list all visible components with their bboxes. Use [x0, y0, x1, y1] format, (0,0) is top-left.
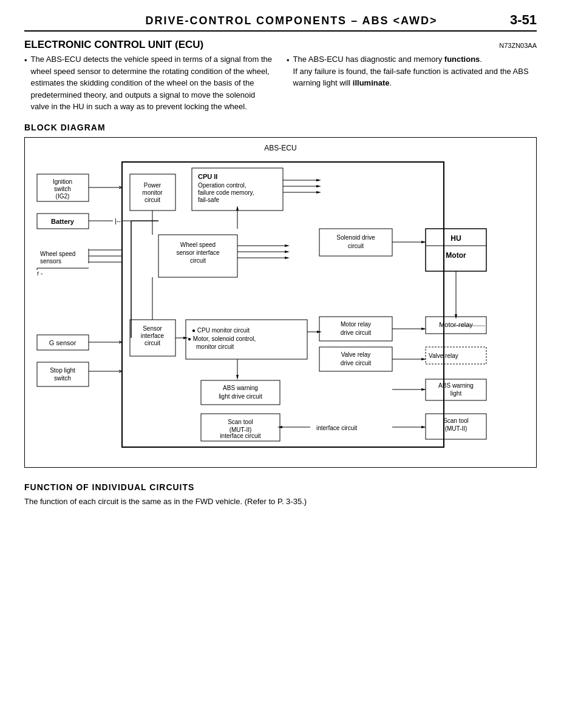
svg-text:switch: switch	[54, 186, 71, 192]
svg-text:sensors: sensors	[40, 258, 61, 265]
function-text: The function of each circuit is the same…	[24, 496, 537, 508]
abs-ecu-label: ABS-ECU	[31, 144, 530, 152]
svg-text:G sensor: G sensor	[49, 339, 76, 346]
doc-id: N73ZN03AA	[499, 42, 537, 49]
svg-marker-49	[236, 206, 239, 211]
svg-text:circuit: circuit	[348, 243, 364, 249]
svg-text:ABS warning: ABS warning	[438, 382, 474, 389]
page-header: DRIVE-CONTROL COMPONENTS – ABS <AWD> 3-5…	[24, 12, 537, 32]
svg-text:drive circuit: drive circuit	[341, 329, 372, 336]
svg-rect-90	[201, 380, 280, 405]
svg-diagram: Ignition switch (IG2) Battery |-- Wheel …	[31, 156, 530, 461]
svg-text:fail-safe: fail-safe	[198, 197, 219, 203]
bullet-text-2: The ABS-ECU has diagnostic and memory fu…	[293, 53, 537, 89]
svg-text:Solenoid drive: Solenoid drive	[336, 234, 375, 241]
svg-marker-89	[236, 375, 239, 380]
svg-text:Wheel speed: Wheel speed	[180, 241, 216, 248]
svg-text:circuit: circuit	[144, 197, 160, 203]
svg-text:Motor-relay: Motor-relay	[439, 321, 473, 328]
svg-text:CPU II: CPU II	[198, 173, 217, 180]
svg-text:(MUT-II): (MUT-II)	[445, 425, 467, 432]
section-electronic-control: ELECTRONIC CONTROL UNIT (ECU) N73ZN03AA …	[24, 39, 537, 113]
header-title: DRIVE-CONTROL COMPONENTS – ABS <AWD>	[73, 15, 510, 27]
function-title: FUNCTION OF INDIVIDUAL CIRCUITS	[24, 482, 537, 492]
svg-text:sensor interface: sensor interface	[176, 249, 220, 256]
svg-text:circuit: circuit	[190, 257, 206, 264]
svg-marker-45	[316, 179, 321, 181]
svg-text:HU: HU	[450, 234, 461, 243]
svg-text:light drive circuit: light drive circuit	[219, 393, 262, 400]
svg-text:Valve relay: Valve relay	[341, 351, 371, 358]
svg-text:Battery: Battery	[51, 218, 75, 225]
svg-marker-60	[285, 257, 290, 259]
svg-text:(IG2): (IG2)	[56, 193, 70, 200]
svg-text:drive circuit: drive circuit	[341, 360, 372, 366]
svg-text:interface: interface	[141, 332, 165, 339]
svg-marker-59	[285, 251, 290, 253]
function-section: FUNCTION OF INDIVIDUAL CIRCUITS The func…	[24, 482, 537, 508]
svg-text:light: light	[450, 390, 462, 397]
svg-text:r         -: r -	[37, 270, 42, 277]
diagram-wrapper: ABS-ECU Ignition switch (IG2) Battery	[24, 137, 537, 468]
svg-text:switch: switch	[54, 375, 71, 382]
section-title: ELECTRONIC CONTROL UNIT (ECU)	[24, 39, 203, 51]
page-number: 3-51	[510, 12, 537, 28]
svg-marker-47	[316, 191, 321, 194]
bullet-dot-1: •	[24, 55, 27, 113]
svg-marker-58	[285, 244, 290, 247]
svg-text:Scan tool: Scan tool	[228, 419, 253, 425]
svg-rect-76	[319, 317, 392, 341]
svg-text:Operation control,: Operation control,	[198, 182, 246, 189]
svg-marker-46	[316, 185, 321, 187]
svg-text:● Motor, solenoid control,: ● Motor, solenoid control,	[188, 335, 256, 342]
block-diagram-section: BLOCK DIAGRAM ABS-ECU Ignition switch (I…	[24, 123, 537, 468]
bullet-text-1: The ABS-ECU detects the vehicle speed in…	[31, 53, 274, 113]
svg-text:monitor: monitor	[142, 189, 163, 196]
svg-text:Valve relay: Valve relay	[429, 352, 458, 359]
svg-text:Motor: Motor	[446, 251, 466, 260]
svg-rect-27	[37, 362, 89, 386]
block-diagram-title: BLOCK DIAGRAM	[24, 123, 537, 132]
svg-text:circuit: circuit	[144, 340, 160, 346]
svg-text:|--: |--	[115, 217, 121, 224]
svg-text:Power: Power	[144, 182, 162, 189]
svg-text:Scan tool: Scan tool	[443, 417, 469, 424]
svg-text:monitor circuit: monitor circuit	[196, 343, 234, 350]
svg-text:interface circuit: interface circuit	[316, 425, 357, 431]
svg-text:ABS warning: ABS warning	[223, 385, 258, 391]
svg-text:Wheel speed: Wheel speed	[40, 251, 75, 257]
svg-text:Sensor: Sensor	[143, 325, 162, 332]
bullet-dot-2: •	[287, 55, 290, 89]
svg-rect-83	[319, 347, 392, 371]
svg-text:Motor relay: Motor relay	[341, 321, 371, 328]
svg-text:Stop light: Stop light	[50, 367, 75, 374]
svg-text:interface circuit: interface circuit	[220, 433, 260, 439]
svg-text:failure code memory,: failure code memory,	[198, 189, 254, 196]
svg-text:Ignition: Ignition	[53, 178, 72, 185]
intro-text: • The ABS-ECU detects the vehicle speed …	[24, 53, 537, 113]
svg-text:● CPU monitor circuit: ● CPU monitor circuit	[192, 327, 250, 334]
